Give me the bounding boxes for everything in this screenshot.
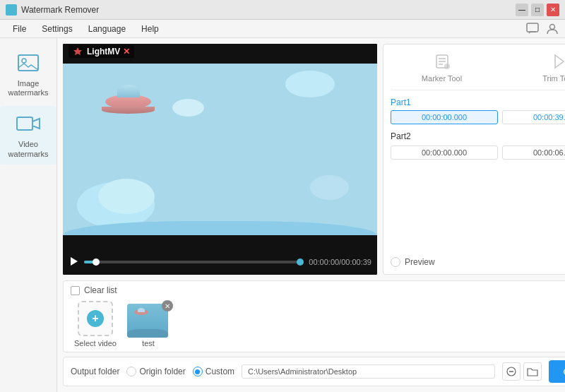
- maximize-button[interactable]: □: [531, 4, 544, 16]
- custom-radio[interactable]: [193, 367, 203, 376]
- progress-dot: [93, 259, 100, 266]
- watermark-overlay: LightMV ✕: [69, 45, 134, 58]
- main-layout: Image watermarks Video watermarks: [0, 38, 565, 392]
- svg-marker-5: [73, 47, 82, 55]
- preview-checkbox[interactable]: [391, 257, 400, 267]
- video-watermarks-icon: [16, 112, 41, 137]
- preview-row: Preview: [391, 257, 565, 267]
- marker-tool[interactable]: Marker Tool: [391, 52, 493, 83]
- right-panel: Marker Tool Trim Tool: [383, 44, 565, 275]
- part1-end-input[interactable]: [502, 110, 565, 124]
- watermark-text: LightMV: [87, 47, 120, 57]
- part2-row: Part2 ✕: [391, 130, 565, 160]
- svg-marker-12: [555, 55, 564, 68]
- title-bar-left: Watermark Remover: [6, 4, 99, 16]
- marker-tool-icon: [432, 52, 452, 71]
- part2-label: Part2: [391, 131, 411, 141]
- svg-point-11: [444, 64, 450, 69]
- panel-tools: Marker Tool Trim Tool: [391, 52, 565, 90]
- part1-label: Part1: [391, 97, 565, 107]
- svg-point-1: [550, 24, 555, 29]
- preview-label: Preview: [405, 257, 435, 267]
- video-watermarks-label: Video watermarks: [3, 140, 54, 158]
- folder-actions: [502, 362, 542, 381]
- trim-tool[interactable]: Trim Tool: [507, 52, 565, 83]
- part2-start-input[interactable]: [391, 145, 498, 160]
- time-display: 00:00:00/00:00:39: [309, 258, 371, 266]
- scene: [63, 60, 377, 249]
- add-video-circle: +: [78, 301, 113, 336]
- select-video-label: Select video: [74, 339, 117, 348]
- add-plus-icon: +: [87, 310, 104, 327]
- sidebar-item-image-watermarks[interactable]: Image watermarks: [0, 45, 56, 103]
- menu-bar: File Settings Language Help: [0, 20, 565, 38]
- origin-folder-radio[interactable]: [126, 367, 136, 376]
- part2-header: Part2 ✕: [391, 130, 565, 143]
- image-watermarks-icon: [16, 51, 41, 76]
- video-screen: LightMV ✕: [63, 44, 377, 249]
- svg-marker-6: [71, 257, 78, 266]
- svg-rect-4: [17, 117, 32, 130]
- part2-times: [391, 145, 565, 160]
- panel-parts: Part1 Part2 ✕: [391, 97, 565, 160]
- video-thumb-test: ✕ test: [127, 304, 170, 348]
- thumb-close-button[interactable]: ✕: [162, 300, 173, 311]
- part2-end-input[interactable]: [502, 145, 565, 160]
- content-area: LightMV ✕: [57, 38, 565, 392]
- menu-language[interactable]: Language: [81, 22, 133, 36]
- output-folder-label: Output folder: [71, 367, 119, 376]
- close-button[interactable]: ✕: [547, 4, 559, 16]
- folder-open-button[interactable]: [523, 362, 542, 381]
- sidebar: Image watermarks Video watermarks: [0, 38, 57, 392]
- select-video-button[interactable]: + Select video: [71, 301, 120, 348]
- folder-minus-button[interactable]: [502, 362, 521, 381]
- svg-rect-0: [527, 23, 538, 32]
- progress-bar[interactable]: [84, 261, 303, 263]
- chat-icon[interactable]: [525, 22, 540, 36]
- top-section: LightMV ✕: [63, 44, 565, 275]
- output-row: Output folder Origin folder Custom: [63, 357, 565, 386]
- thumb-label: test: [127, 339, 170, 348]
- clear-list-checkbox[interactable]: [71, 286, 80, 295]
- menu-file[interactable]: File: [6, 22, 33, 36]
- clear-list-label: Clear list: [84, 285, 117, 295]
- play-button[interactable]: [69, 256, 78, 268]
- progress-end-dot: [297, 259, 304, 266]
- output-path-input[interactable]: [242, 364, 495, 379]
- menu-bar-right: [525, 22, 559, 36]
- part1-start-input[interactable]: [391, 110, 498, 124]
- menu-help[interactable]: Help: [134, 22, 166, 36]
- file-list-area: Clear list + Select video: [63, 280, 565, 352]
- origin-folder-label: Origin folder: [139, 367, 185, 376]
- part1-times: [391, 110, 565, 124]
- title-bar-controls: — □ ✕: [516, 4, 559, 16]
- trim-tool-label: Trim Tool: [542, 74, 565, 83]
- clear-list-row: Clear list: [71, 285, 565, 295]
- image-watermarks-label: Image watermarks: [3, 79, 54, 97]
- minimize-button[interactable]: —: [516, 4, 528, 16]
- svg-point-3: [22, 59, 26, 63]
- video-controls: 00:00:00/00:00:39: [63, 249, 377, 275]
- video-container: LightMV ✕: [63, 44, 377, 275]
- title-bar: Watermark Remover — □ ✕: [0, 0, 565, 20]
- watermark-x: ✕: [123, 47, 130, 57]
- bottom-section: Clear list + Select video: [63, 280, 565, 386]
- app-icon: [6, 4, 17, 16]
- sidebar-item-video-watermarks[interactable]: Video watermarks: [0, 106, 56, 164]
- part1-row: Part1: [391, 97, 565, 124]
- marker-tool-label: Marker Tool: [422, 74, 462, 83]
- files-row: + Select video: [71, 301, 565, 348]
- custom-option[interactable]: Custom: [193, 367, 234, 376]
- custom-label: Custom: [206, 367, 234, 376]
- convert-button[interactable]: Convert: [549, 360, 565, 383]
- app-title: Watermark Remover: [21, 5, 99, 15]
- user-icon[interactable]: [545, 22, 559, 36]
- trim-tool-icon: [549, 52, 566, 71]
- menu-settings[interactable]: Settings: [35, 22, 79, 36]
- origin-folder-option[interactable]: Origin folder: [126, 367, 185, 376]
